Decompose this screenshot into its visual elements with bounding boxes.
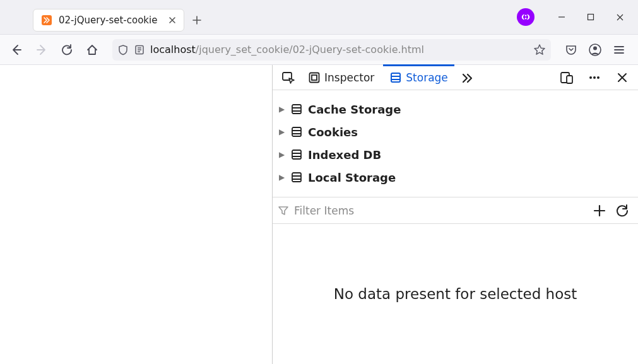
- filter-icon: [278, 205, 289, 216]
- url-text[interactable]: localhost/jquery_set_cookie/02-jQuery-se…: [150, 44, 528, 56]
- storage-filter-bar: [273, 197, 638, 224]
- storage-content: No data present for selected host: [273, 224, 638, 364]
- svg-point-19: [597, 76, 600, 79]
- reload-button[interactable]: [57, 40, 77, 60]
- tab-storage-label: Storage: [406, 71, 448, 84]
- browser-toolbar: localhost/jquery_set_cookie/02-jQuery-se…: [0, 35, 638, 65]
- tree-label: Cookies: [308, 126, 358, 139]
- svg-rect-7: [588, 15, 594, 20]
- url-path: /jquery_set_cookie/02-jQuery-set-cookie.…: [196, 44, 424, 56]
- shield-icon[interactable]: [117, 44, 129, 56]
- tab-inspector-label: Inspector: [324, 71, 374, 84]
- page-content: [0, 65, 272, 364]
- storage-tree: ▶ Cache Storage ▶ Cookies ▶: [273, 90, 638, 197]
- url-bar[interactable]: localhost/jquery_set_cookie/02-jQuery-se…: [112, 39, 551, 61]
- refresh-button[interactable]: [615, 204, 629, 218]
- caret-right-icon: ▶: [279, 127, 285, 136]
- svg-rect-22: [292, 150, 301, 159]
- svg-rect-20: [292, 105, 301, 114]
- nodata-message: No data present for selected host: [334, 286, 577, 302]
- devtools-close-icon[interactable]: [611, 67, 633, 88]
- browser-titlebar: 02-jQuery-set-cookie: [0, 0, 638, 35]
- tab-close-icon[interactable]: [168, 16, 176, 24]
- db-icon: [290, 126, 303, 138]
- svg-rect-21: [292, 127, 301, 136]
- window-minimize-button[interactable]: [547, 3, 576, 32]
- inspector-icon: [308, 71, 321, 84]
- tree-item-cache-storage[interactable]: ▶ Cache Storage: [278, 98, 633, 120]
- page-info-icon[interactable]: [134, 44, 145, 56]
- new-tab-button[interactable]: [192, 15, 202, 25]
- kebab-menu-icon[interactable]: [584, 67, 605, 88]
- svg-rect-13: [312, 75, 317, 80]
- nav-forward-button[interactable]: [32, 40, 52, 60]
- db-icon: [290, 103, 303, 115]
- svg-point-5: [523, 16, 526, 18]
- url-host: localhost: [150, 44, 196, 56]
- tree-label: Indexed DB: [308, 148, 381, 161]
- tabs-overflow-icon[interactable]: [457, 67, 478, 88]
- responsive-mode-icon[interactable]: [556, 67, 577, 88]
- devtools-tabbar: Inspector Storage: [273, 65, 638, 90]
- browser-tab[interactable]: 02-jQuery-set-cookie: [33, 9, 184, 32]
- home-button[interactable]: [82, 40, 102, 60]
- devtools-panel: Inspector Storage: [272, 65, 638, 364]
- bookmark-star-icon[interactable]: [533, 44, 546, 56]
- svg-rect-14: [391, 73, 400, 82]
- nav-back-button[interactable]: [6, 40, 27, 60]
- pocket-icon[interactable]: [561, 40, 581, 60]
- tree-item-cookies[interactable]: ▶ Cookies: [278, 120, 633, 143]
- tab-title: 02-jQuery-set-cookie: [59, 15, 162, 26]
- svg-point-10: [593, 46, 597, 50]
- svg-point-17: [589, 76, 592, 79]
- caret-right-icon: ▶: [279, 173, 285, 182]
- tree-item-indexed-db[interactable]: ▶ Indexed DB: [278, 143, 633, 166]
- svg-point-6: [526, 16, 528, 18]
- storage-icon: [389, 71, 402, 84]
- app-menu-icon[interactable]: [609, 40, 629, 60]
- svg-rect-16: [567, 76, 572, 83]
- tree-item-local-storage[interactable]: ▶ Local Storage: [278, 166, 633, 189]
- db-icon: [290, 171, 303, 184]
- db-icon: [290, 148, 303, 161]
- add-item-button[interactable]: [593, 204, 606, 218]
- filter-input[interactable]: [294, 204, 588, 217]
- caret-right-icon: ▶: [279, 105, 285, 114]
- tab-inspector[interactable]: Inspector: [302, 65, 381, 90]
- window-close-button[interactable]: [605, 3, 634, 32]
- caret-right-icon: ▶: [279, 150, 285, 159]
- tree-label: Cache Storage: [308, 103, 401, 116]
- tab-storage[interactable]: Storage: [383, 65, 454, 90]
- svg-rect-12: [310, 73, 319, 82]
- extension-badge-icon[interactable]: [517, 8, 535, 26]
- tree-label: Local Storage: [308, 171, 396, 184]
- svg-point-18: [593, 76, 596, 79]
- svg-rect-23: [292, 173, 301, 182]
- account-icon[interactable]: [585, 40, 605, 60]
- tab-favicon-icon: [41, 15, 52, 26]
- window-maximize-button[interactable]: [576, 3, 605, 32]
- element-picker-icon[interactable]: [278, 67, 299, 88]
